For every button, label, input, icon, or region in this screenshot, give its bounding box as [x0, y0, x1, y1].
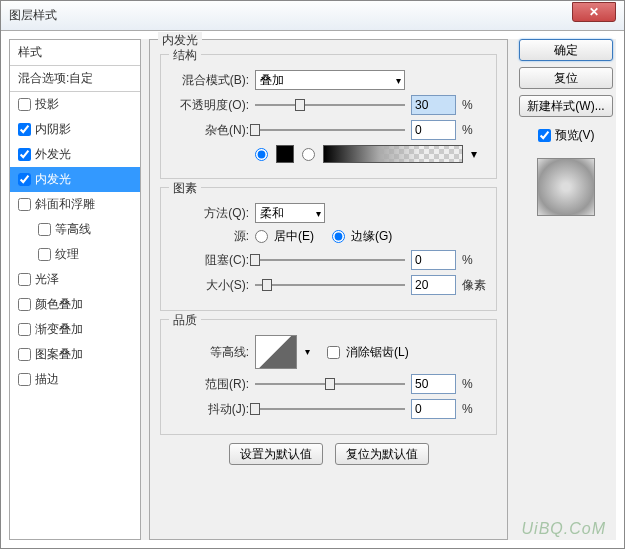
choke-label: 阻塞(C): [171, 252, 249, 269]
style-item-7[interactable]: 光泽 [10, 267, 140, 292]
antialias-checkbox[interactable] [327, 346, 340, 359]
opacity-input[interactable] [411, 95, 456, 115]
contour-picker[interactable] [255, 335, 297, 369]
style-item-label: 光泽 [35, 271, 59, 288]
style-checkbox[interactable] [18, 348, 31, 361]
style-item-label: 斜面和浮雕 [35, 196, 95, 213]
titlebar: 图层样式 ✕ [1, 1, 624, 31]
style-checkbox[interactable] [18, 323, 31, 336]
gradient-radio[interactable] [302, 148, 315, 161]
elements-group: 图素 方法(Q): 柔和 源: 居中(E) 边缘(G) 阻塞(C): [160, 187, 497, 311]
quality-group: 品质 等高线: 消除锯齿(L) 范围(R): % [160, 319, 497, 435]
noise-slider[interactable] [255, 122, 405, 138]
style-item-label: 纹理 [55, 246, 79, 263]
preview-thumbnail [537, 158, 595, 216]
size-input[interactable] [411, 275, 456, 295]
style-item-9[interactable]: 渐变叠加 [10, 317, 140, 342]
source-center-label: 居中(E) [274, 228, 314, 245]
new-style-button[interactable]: 新建样式(W)... [519, 95, 613, 117]
style-item-4[interactable]: 斜面和浮雕 [10, 192, 140, 217]
style-item-label: 渐变叠加 [35, 321, 83, 338]
style-checkbox[interactable] [18, 298, 31, 311]
preview-toggle[interactable]: 预览(V) [538, 127, 595, 144]
range-label: 范围(R): [171, 376, 249, 393]
elements-legend: 图素 [169, 180, 201, 197]
style-item-0[interactable]: 投影 [10, 92, 140, 117]
style-checkbox[interactable] [18, 198, 31, 211]
close-button[interactable]: ✕ [572, 2, 616, 22]
blend-mode-select[interactable]: 叠加 [255, 70, 405, 90]
source-edge-radio[interactable] [332, 230, 345, 243]
style-item-2[interactable]: 外发光 [10, 142, 140, 167]
style-checkbox[interactable] [18, 373, 31, 386]
style-checkbox[interactable] [18, 273, 31, 286]
source-center-radio[interactable] [255, 230, 268, 243]
antialias-label: 消除锯齿(L) [346, 344, 409, 361]
choke-slider[interactable] [255, 252, 405, 268]
styles-list-panel: 样式 混合选项:自定 投影内阴影外发光内发光斜面和浮雕等高线纹理光泽颜色叠加渐变… [9, 39, 141, 540]
style-checkbox[interactable] [38, 248, 51, 261]
style-item-label: 内发光 [35, 171, 71, 188]
opacity-slider[interactable] [255, 97, 405, 113]
settings-panel: 内发光 结构 混合模式(B): 叠加 不透明度(O): % 杂色(N): [149, 39, 508, 540]
size-label: 大小(S): [171, 277, 249, 294]
technique-label: 方法(Q): [171, 205, 249, 222]
style-item-label: 投影 [35, 96, 59, 113]
range-slider[interactable] [255, 376, 405, 392]
quality-legend: 品质 [169, 312, 201, 329]
style-item-label: 图案叠加 [35, 346, 83, 363]
style-item-6[interactable]: 纹理 [10, 242, 140, 267]
blend-mode-label: 混合模式(B): [171, 72, 249, 89]
jitter-input[interactable] [411, 399, 456, 419]
window-title: 图层样式 [9, 7, 572, 24]
preview-checkbox[interactable] [538, 129, 551, 142]
style-item-label: 颜色叠加 [35, 296, 83, 313]
preview-label: 预览(V) [555, 127, 595, 144]
style-item-10[interactable]: 图案叠加 [10, 342, 140, 367]
layer-style-dialog: 图层样式 ✕ 样式 混合选项:自定 投影内阴影外发光内发光斜面和浮雕等高线纹理光… [0, 0, 625, 549]
contour-label: 等高线: [171, 344, 249, 361]
style-item-label: 描边 [35, 371, 59, 388]
jitter-slider[interactable] [255, 401, 405, 417]
close-icon: ✕ [589, 5, 599, 19]
style-item-8[interactable]: 颜色叠加 [10, 292, 140, 317]
style-item-1[interactable]: 内阴影 [10, 117, 140, 142]
style-item-label: 等高线 [55, 221, 91, 238]
style-item-11[interactable]: 描边 [10, 367, 140, 392]
dialog-content: 样式 混合选项:自定 投影内阴影外发光内发光斜面和浮雕等高线纹理光泽颜色叠加渐变… [9, 39, 616, 540]
structure-legend: 结构 [169, 47, 201, 64]
gradient-swatch[interactable] [323, 145, 463, 163]
reset-default-button[interactable]: 复位为默认值 [335, 443, 429, 465]
style-checkbox[interactable] [18, 98, 31, 111]
technique-select[interactable]: 柔和 [255, 203, 325, 223]
watermark: UiBQ.CoM [522, 520, 606, 538]
size-slider[interactable] [255, 277, 405, 293]
noise-label: 杂色(N): [171, 122, 249, 139]
style-checkbox[interactable] [38, 223, 51, 236]
style-item-3[interactable]: 内发光 [10, 167, 140, 192]
source-label: 源: [171, 228, 249, 245]
structure-group: 结构 混合模式(B): 叠加 不透明度(O): % 杂色(N): [160, 54, 497, 179]
opacity-label: 不透明度(O): [171, 97, 249, 114]
make-default-button[interactable]: 设置为默认值 [229, 443, 323, 465]
style-item-label: 内阴影 [35, 121, 71, 138]
style-item-label: 外发光 [35, 146, 71, 163]
style-checkbox[interactable] [18, 148, 31, 161]
noise-input[interactable] [411, 120, 456, 140]
jitter-label: 抖动(J): [171, 401, 249, 418]
blending-options-header[interactable]: 混合选项:自定 [10, 66, 140, 92]
styles-header: 样式 [10, 40, 140, 66]
action-panel: 确定 复位 新建样式(W)... 预览(V) [516, 39, 616, 540]
style-checkbox[interactable] [18, 173, 31, 186]
range-input[interactable] [411, 374, 456, 394]
color-swatch[interactable] [276, 145, 294, 163]
choke-input[interactable] [411, 250, 456, 270]
ok-button[interactable]: 确定 [519, 39, 613, 61]
cancel-button[interactable]: 复位 [519, 67, 613, 89]
style-checkbox[interactable] [18, 123, 31, 136]
color-radio[interactable] [255, 148, 268, 161]
style-item-5[interactable]: 等高线 [10, 217, 140, 242]
chevron-down-icon[interactable]: ▾ [471, 147, 477, 161]
source-edge-label: 边缘(G) [351, 228, 392, 245]
